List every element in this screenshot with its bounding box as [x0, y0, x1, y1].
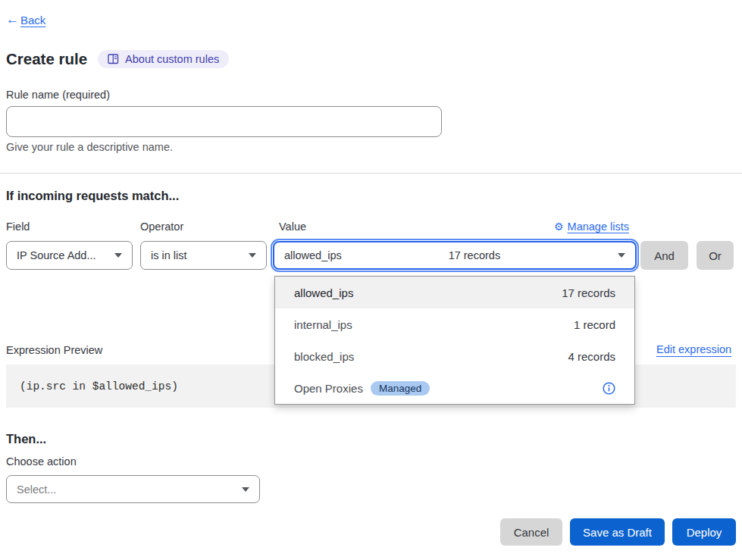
list-option-count: 4 records — [568, 350, 615, 363]
list-option-name: allowed_ips — [294, 286, 353, 299]
expression-code: (ip.src in $allowed_ips) — [20, 380, 178, 393]
rule-name-helper-text: Give your rule a descriptive name. — [6, 141, 173, 153]
value-label: Value — [279, 221, 306, 233]
info-icon[interactable] — [603, 382, 615, 395]
page-title: Create rule — [6, 50, 87, 68]
manage-lists-link[interactable]: ⚙ Manage lists — [554, 221, 637, 233]
about-custom-rules-link[interactable]: About custom rules — [98, 50, 229, 68]
operator-select[interactable]: is in list — [140, 241, 267, 270]
save-as-draft-button[interactable]: Save as Draft — [570, 518, 665, 546]
list-option-open-proxies[interactable]: Open Proxies Managed — [275, 372, 634, 404]
about-custom-rules-label: About custom rules — [125, 53, 219, 65]
back-arrow-icon: ← — [6, 12, 19, 27]
field-select-value: IP Source Add... — [17, 249, 96, 261]
action-select[interactable]: Select... — [6, 475, 260, 503]
rule-name-label: Rule name (required) — [6, 89, 110, 101]
list-dropdown-panel: allowed_ips 17 records internal_ips 1 re… — [274, 276, 635, 405]
book-icon — [108, 54, 119, 64]
chevron-down-icon — [114, 253, 122, 258]
list-option-allowed-ips[interactable]: allowed_ips 17 records — [275, 277, 634, 308]
value-select-record-count: 17 records — [449, 249, 512, 261]
cancel-button[interactable]: Cancel — [500, 518, 562, 546]
operator-label: Operator — [140, 221, 183, 233]
action-select-placeholder: Select... — [17, 483, 56, 496]
manage-lists-label: Manage lists — [568, 221, 629, 233]
then-section-heading: Then... — [6, 432, 46, 446]
choose-action-label: Choose action — [6, 455, 77, 468]
managed-badge: Managed — [371, 381, 430, 396]
list-option-name: internal_ips — [294, 318, 352, 331]
value-select-name: allowed_ips — [284, 249, 342, 261]
back-link[interactable]: ←Back — [6, 12, 45, 27]
and-button[interactable]: And — [640, 241, 688, 270]
chevron-down-icon — [242, 487, 249, 492]
expression-preview-label: Expression Preview — [6, 344, 102, 356]
list-option-name: blocked_ips — [294, 350, 354, 363]
title-row: Create rule About custom rules — [6, 50, 229, 68]
or-button[interactable]: Or — [697, 241, 734, 270]
list-option-name: Open Proxies — [294, 382, 363, 395]
gear-icon: ⚙ — [554, 221, 564, 233]
list-option-internal-ips[interactable]: internal_ips 1 record — [275, 308, 634, 340]
value-select[interactable]: allowed_ips 17 records — [273, 241, 637, 270]
edit-expression-link[interactable]: Edit expression — [656, 343, 731, 355]
list-option-count: 1 record — [574, 318, 615, 331]
field-label: Field — [6, 221, 30, 233]
deploy-button[interactable]: Deploy — [672, 518, 736, 546]
section-divider — [0, 173, 742, 174]
rule-name-input[interactable] — [6, 106, 442, 137]
match-section-heading: If incoming requests match... — [6, 189, 179, 203]
chevron-down-icon — [618, 253, 625, 258]
chevron-down-icon — [249, 253, 256, 258]
field-select[interactable]: IP Source Add... — [6, 241, 133, 270]
create-rule-page: ←Back Create rule About custom rules Rul… — [0, 0, 742, 560]
list-option-count: 17 records — [562, 286, 615, 299]
operator-select-value: is in list — [151, 249, 187, 261]
list-option-blocked-ips[interactable]: blocked_ips 4 records — [275, 340, 634, 372]
back-link-label: Back — [20, 14, 45, 27]
